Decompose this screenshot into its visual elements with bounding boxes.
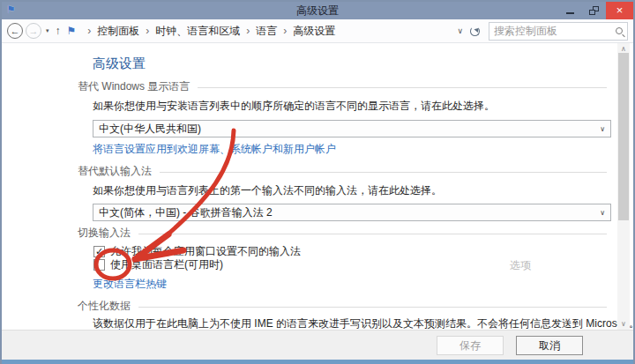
control-panel-icon: ⚑	[67, 25, 77, 37]
navbar: ← → ▾ ↑ ⚑ › 控制面板 › 时钟、语言和区域 › 语言 › 高级设置 …	[2, 19, 633, 43]
breadcrumb: ⚑ › 控制面板 › 时钟、语言和区域 › 语言 › 高级设置	[67, 24, 336, 39]
forward-button[interactable]: →	[26, 23, 41, 39]
footer: 保存 取消	[2, 330, 633, 360]
display-language-select[interactable]: 中文(中华人民共和国) ∨	[93, 120, 611, 137]
save-button[interactable]: 保存	[437, 336, 504, 355]
content-area: 高级设置 替代 Windows 显示语言 如果你想使用与安装语言列表中的顺序所确…	[2, 43, 633, 330]
change-language-bar-hotkeys-link[interactable]: 更改语言栏热键	[93, 277, 167, 292]
search-icon	[616, 27, 623, 34]
section-rule	[198, 87, 607, 88]
breadcrumb-control-panel[interactable]: 控制面板	[97, 24, 139, 39]
refresh-icon[interactable]	[470, 26, 480, 36]
search-box[interactable]	[489, 22, 628, 41]
override-input-description: 如果你想使用与语言列表上的第一个输入法不同的输入法，请在此处选择。	[93, 183, 442, 198]
default-input-method-value: 中文(简体，中国) - 谷歌拼音输入法 2	[99, 205, 273, 220]
advanced-settings-window: ⚑ 高级设置 × ← → ▾ ↑ ⚑ › 控制面板 › 时钟、语言和区域 › 语…	[0, 0, 635, 364]
breadcrumb-separator-icon: ›	[246, 25, 250, 37]
per-app-input-checkbox-checked[interactable]: ✓	[93, 246, 105, 257]
recent-pages-dropdown-icon[interactable]: ▾	[46, 27, 49, 34]
section-personalization-data: 个性化数据	[78, 299, 607, 314]
scroll-down-icon[interactable]: ∨	[617, 318, 630, 330]
section-switching-input-methods: 切换输入法	[78, 226, 607, 241]
close-button[interactable]: ×	[606, 2, 633, 19]
options-link-disabled: 选项	[510, 258, 531, 273]
section-header: 替代默认输入法	[78, 164, 152, 179]
window-title: 高级设置	[2, 4, 633, 19]
restore-icon	[589, 6, 599, 15]
breadcrumb-separator-icon: ›	[146, 25, 149, 37]
restore-button[interactable]	[582, 2, 606, 19]
caption-buttons: ×	[558, 2, 633, 19]
titlebar: ⚑ 高级设置 ×	[2, 2, 633, 19]
back-button[interactable]: ←	[7, 23, 23, 39]
default-input-method-select[interactable]: 中文(简体，中国) - 谷歌拼音输入法 2 ∨	[93, 204, 611, 221]
desktop-language-bar-checkbox-unchecked[interactable]	[93, 259, 105, 271]
breadcrumb-separator-icon: ›	[87, 25, 91, 37]
up-button[interactable]: ↑	[56, 25, 61, 37]
window-bottom-border	[2, 360, 633, 364]
navbar-right: ∨	[457, 22, 628, 41]
vertical-scrollbar[interactable]: ∧ ∨	[617, 43, 630, 330]
display-language-value: 中文(中华人民共和国)	[99, 122, 201, 137]
section-override-default-input: 替代默认输入法	[78, 164, 607, 179]
section-header: 替代 Windows 显示语言	[78, 79, 190, 94]
minimize-button[interactable]	[558, 2, 582, 19]
section-rule	[160, 172, 607, 173]
section-override-display-language: 替代 Windows 显示语言	[78, 79, 607, 94]
search-input[interactable]	[494, 25, 616, 37]
personalization-description: 该数据仅用于在此电脑上为不使用 IME 的语言来改进手写识别以及文本预测结果。不…	[93, 316, 633, 330]
address-dropdown-icon[interactable]: ∨	[457, 26, 463, 35]
breadcrumb-clock-language-region[interactable]: 时钟、语言和区域	[155, 24, 240, 39]
breadcrumb-separator-icon: ›	[283, 25, 287, 37]
breadcrumb-language[interactable]: 语言	[256, 24, 277, 39]
chevron-down-icon: ∨	[600, 209, 605, 217]
scrollbar-thumb[interactable]	[618, 53, 629, 220]
minimize-icon	[566, 12, 574, 14]
apply-to-welcome-screen-link[interactable]: 将语言设置应用到欢迎屏幕、系统帐户和新用户帐户	[93, 142, 336, 157]
desktop-language-bar-row: 使用桌面语言栏(可用时)	[93, 257, 223, 272]
section-header: 个性化数据	[78, 299, 131, 314]
page-title: 高级设置	[93, 56, 146, 72]
section-header: 切换输入法	[78, 226, 131, 241]
cancel-button[interactable]: 取消	[516, 336, 583, 355]
chevron-down-icon: ∨	[600, 125, 605, 133]
override-display-description: 如果你想使用与安装语言列表中的顺序所确定的语言不同的显示语言，请在此处选择。	[93, 99, 495, 114]
desktop-language-bar-label: 使用桌面语言栏(可用时)	[110, 257, 223, 272]
section-rule	[138, 234, 607, 234]
section-rule	[138, 307, 607, 308]
breadcrumb-advanced-settings: 高级设置	[293, 24, 335, 39]
